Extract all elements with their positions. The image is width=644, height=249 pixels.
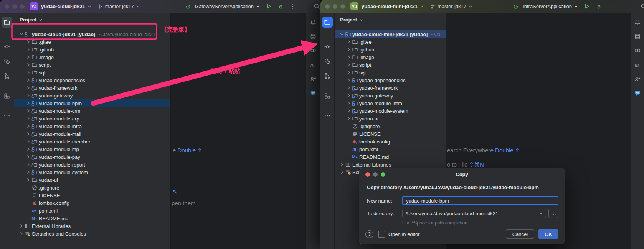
code-chat-icon[interactable]: </> xyxy=(308,88,319,99)
tree-row-yudao-module-mall[interactable]: yudao-module-mall xyxy=(14,130,170,138)
modules-grid-icon[interactable] xyxy=(322,91,333,101)
debug-button[interactable] xyxy=(276,2,285,11)
branch-selector[interactable]: master-jdk17 xyxy=(98,3,140,9)
tree-row-sql[interactable]: sql xyxy=(335,69,446,76)
maven-tool-icon[interactable]: m xyxy=(632,59,643,70)
tree-row-yudao-gateway[interactable]: yudao-gateway xyxy=(335,92,446,99)
open-in-editor-checkbox[interactable] xyxy=(378,231,385,238)
zoom-window-icon[interactable] xyxy=(20,4,25,9)
database-icon[interactable] xyxy=(632,31,643,42)
more-actions-button[interactable] xyxy=(607,2,615,11)
search-icon[interactable] xyxy=(641,3,644,11)
tree-row-yudao-framework[interactable]: yudao-framework xyxy=(335,84,446,92)
tree-row-external-libraries[interactable]: External Libraries xyxy=(14,222,170,230)
help-users-icon[interactable]: ? xyxy=(2,56,12,67)
tree-row-image[interactable]: .image xyxy=(14,53,170,61)
tree-row-yudao-module-bpm[interactable]: yudao-module-bpm xyxy=(14,99,170,107)
project-selector[interactable]: yudao-cloud-jdk21 xyxy=(41,3,92,9)
tree-row-yudao-module-report[interactable]: yudao-module-report xyxy=(14,161,170,168)
branch-selector[interactable]: master-jdk17 xyxy=(430,3,473,9)
modules-grid-icon[interactable] xyxy=(2,91,12,101)
tree-row-sql[interactable]: sql xyxy=(14,69,170,76)
tree-row-gitignore[interactable]: .gitignore xyxy=(14,184,170,191)
tree-row-lombok-config[interactable]: lombok.config xyxy=(335,138,446,145)
tree-row-readme-md[interactable]: MREADME.md xyxy=(14,214,170,222)
project-panel-header[interactable]: Project xyxy=(340,17,363,23)
tree-row-github[interactable]: .github xyxy=(14,46,170,53)
bell-icon[interactable] xyxy=(308,17,319,28)
to-directory-combo[interactable]: /Users/yunai/Java/yudao-cloud-mini-jdk21 xyxy=(402,209,546,218)
run-button[interactable] xyxy=(582,2,591,11)
tree-row-yudao-gateway[interactable]: yudao-gateway xyxy=(14,92,170,99)
users-chat-icon[interactable] xyxy=(632,74,643,84)
tree-row-gitee[interactable]: .gitee xyxy=(14,38,170,46)
window-controls[interactable] xyxy=(5,4,25,9)
tree-row-script[interactable]: script xyxy=(14,61,170,69)
search-icon[interactable] xyxy=(314,3,320,11)
users-icon[interactable] xyxy=(632,45,643,56)
tree-row-gitignore[interactable]: .gitignore xyxy=(335,122,446,130)
tree-row-yudao-ui[interactable]: yudao-ui xyxy=(335,115,446,122)
help-users-icon[interactable]: ? xyxy=(322,56,333,67)
close-window-icon[interactable] xyxy=(325,4,330,9)
tree-row-license[interactable]: LICENSE xyxy=(14,191,170,199)
branches-icon[interactable] xyxy=(322,71,333,81)
tree-row-yudao-module-member[interactable]: yudao-module-member xyxy=(14,138,170,145)
tree-row-yudao-module-erp[interactable]: yudao-module-erp xyxy=(14,115,170,122)
tree-row-readme-md[interactable]: MREADME.md xyxy=(335,153,446,161)
commit-icon[interactable] xyxy=(322,41,333,52)
run-config-selector[interactable]: InfraServerApplication xyxy=(523,3,578,9)
project-panel-header[interactable]: Project xyxy=(20,17,43,23)
run-button[interactable] xyxy=(264,2,272,11)
tree-row-image[interactable]: .image xyxy=(335,53,446,61)
tree-row-yudao-cloud-mini-jdk21-yudao[interactable]: yudao-cloud-mini-jdk21 [yudao]~/Ja xyxy=(335,30,446,38)
maven-tool-icon[interactable]: m xyxy=(308,59,319,70)
tree-row-yudao-ui[interactable]: yudao-ui xyxy=(14,176,170,184)
tree-row-gitee[interactable]: .gitee xyxy=(335,38,446,46)
run-config-selector[interactable]: GatewayServerApplication xyxy=(195,3,260,9)
project-selector[interactable]: yudao-cloud-mini-jdk21 xyxy=(362,3,424,9)
tree-row-yudao-dependencies[interactable]: yudao-dependencies xyxy=(335,76,446,84)
minimize-window-icon[interactable] xyxy=(12,4,17,9)
branches-icon[interactable] xyxy=(2,71,12,81)
tree-row-license[interactable]: LICENSE xyxy=(335,130,446,138)
project-folder-icon[interactable] xyxy=(322,17,333,28)
cancel-button[interactable]: Cancel xyxy=(506,229,534,239)
code-chat-icon[interactable]: </> xyxy=(632,88,643,99)
tree-row-yudao-module-infra[interactable]: yudao-module-infra xyxy=(14,122,170,130)
tree-row-yudao-dependencies[interactable]: yudao-dependencies xyxy=(14,76,170,84)
tree-row-scratches-and-consoles[interactable]: Scratches and Consoles xyxy=(14,230,170,237)
tree-row-yudao-module-system[interactable]: yudao-module-system xyxy=(335,107,446,115)
debug-button[interactable] xyxy=(594,2,603,11)
tree-row-yudao-module-pay[interactable]: yudao-module-pay xyxy=(14,153,170,161)
zoom-window-icon[interactable] xyxy=(340,4,345,9)
tree-row-github[interactable]: .github xyxy=(335,46,446,53)
tree-row-lombok-config[interactable]: lombok.config xyxy=(14,199,170,207)
window-controls[interactable] xyxy=(325,4,345,9)
help-button[interactable]: ? xyxy=(365,230,373,238)
users-icon[interactable] xyxy=(308,45,319,56)
tree-row-pom-xml[interactable]: mpom.xml xyxy=(335,145,446,153)
new-name-input[interactable] xyxy=(402,196,558,205)
database-icon[interactable] xyxy=(308,31,319,42)
close-window-icon[interactable] xyxy=(5,4,9,9)
more-actions-button[interactable] xyxy=(289,2,297,11)
chevron-down-icon[interactable] xyxy=(539,211,543,216)
commit-icon[interactable] xyxy=(2,41,12,52)
tree-row-yudao-module-mp[interactable]: yudao-module-mp xyxy=(14,145,170,153)
minimize-window-icon[interactable] xyxy=(333,4,337,9)
bell-icon[interactable] xyxy=(632,17,643,28)
users-chat-icon[interactable] xyxy=(308,74,319,84)
tree-row-yudao-module-infra[interactable]: yudao-module-infra xyxy=(335,99,446,107)
project-folder-icon[interactable] xyxy=(2,17,12,28)
more-icon[interactable] xyxy=(322,110,333,121)
more-icon[interactable] xyxy=(2,110,12,121)
tree-row-yudao-module-crm[interactable]: yudao-module-crm xyxy=(14,107,170,115)
tree-row-yudao-cloud-jdk21-yudao[interactable]: yudao-cloud-jdk21 [yudao]~/Java/yudao-cl… xyxy=(14,30,170,38)
browse-button[interactable]: … xyxy=(548,209,558,218)
tree-row-pom-xml[interactable]: mpom.xml xyxy=(14,207,170,214)
tree-row-yudao-module-system[interactable]: yudao-module-system xyxy=(14,168,170,176)
tree-row-external-libraries[interactable]: External Libraries xyxy=(335,161,446,168)
ok-button[interactable]: OK xyxy=(538,229,558,239)
tree-row-yudao-framework[interactable]: yudao-framework xyxy=(14,84,170,92)
